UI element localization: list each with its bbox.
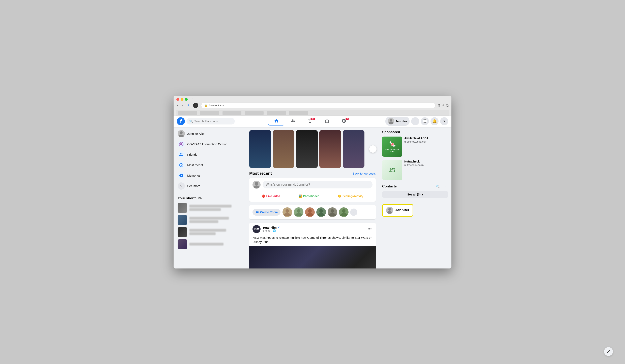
shield-icon: 🛡 (193, 103, 198, 108)
sidebar-item-memories[interactable]: Memories (175, 170, 245, 181)
shortcut-item-1[interactable] (175, 202, 245, 214)
nav-home[interactable] (268, 117, 284, 125)
share-button[interactable]: ⬆ (438, 103, 440, 108)
contacts-more-button[interactable]: ··· (442, 183, 448, 190)
post-header: FILM Total Film ✓ 6 mins · 🌐 (249, 223, 376, 235)
contacts-next-button[interactable]: › (350, 209, 357, 216)
sidebar-item-see-more[interactable]: See more (175, 181, 245, 191)
story-card-4[interactable] (319, 130, 341, 168)
contact-bubble-4[interactable] (316, 207, 326, 217)
user-profile-button[interactable]: Jennifer (385, 117, 409, 126)
traffic-light-yellow[interactable] (181, 98, 184, 101)
sidebar-most-recent-label: Most recent (187, 163, 203, 167)
sidebar-memories-label: Memories (187, 174, 201, 177)
notifications-button[interactable]: 🔔 (431, 117, 438, 125)
shortcuts-title: Your shortcuts (175, 195, 245, 202)
extra-tab-1[interactable]: ──────── (178, 111, 197, 115)
ad-nutracheck-name: Nutracheck (404, 160, 448, 163)
reload-button[interactable]: ↻ (187, 103, 192, 108)
story-card-5[interactable] (343, 130, 364, 168)
extra-tab-3[interactable]: ──────── (222, 111, 241, 115)
forward-button[interactable]: › (181, 103, 184, 108)
traffic-light-green[interactable] (185, 98, 188, 101)
contact-bubble-6[interactable] (339, 207, 348, 217)
feed-section-title: Most recent (249, 171, 272, 176)
story-card-3[interactable] (296, 130, 318, 168)
contacts-section: Contacts 🔍 ··· See all (0) ▾ (382, 183, 448, 198)
nav-center: 9+ 7 (235, 117, 385, 125)
nav-groups[interactable]: 7 (336, 117, 352, 125)
shortcut-item-3[interactable] (175, 226, 245, 238)
add-tab-button[interactable]: + (442, 103, 444, 108)
create-post-input[interactable] (263, 181, 373, 188)
tabs-button[interactable]: ⧉ (446, 103, 449, 108)
back-button[interactable]: ‹ (176, 103, 179, 108)
svg-point-4 (180, 143, 182, 145)
url-display: facebook.com (209, 104, 225, 107)
live-video-button[interactable]: 🔴 Live video (259, 193, 282, 199)
sponsored-title: Sponsored (382, 130, 448, 134)
stories-next-button[interactable]: › (369, 145, 376, 153)
photo-video-button[interactable]: 🖼️ Photo/Video (296, 193, 322, 199)
sidebar-friends-label: Friends (187, 153, 197, 156)
create-room-button[interactable]: Create Room (252, 209, 281, 216)
see-all-label: See all (0) (407, 193, 420, 196)
address-bar[interactable]: 🔒 facebook.com (201, 103, 436, 108)
sidebar-item-covid[interactable]: COVID-19 Information Centre (175, 139, 245, 149)
contact-bubble-2[interactable] (294, 207, 303, 217)
sidebar-item-most-recent[interactable]: Most recent (175, 160, 245, 170)
contact-bubble-5[interactable] (328, 207, 337, 217)
messenger-button[interactable]: 💬 (421, 117, 429, 125)
sidebar-item-jennifer[interactable]: Jennifer Allen (175, 129, 245, 139)
story-card-2[interactable] (273, 130, 294, 168)
story-card-1[interactable] (249, 130, 271, 168)
shortcut-item-2[interactable] (175, 214, 245, 226)
extra-tab-6[interactable]: ──────── (289, 111, 308, 115)
jennifer-highlight-avatar (386, 207, 393, 214)
add-button[interactable]: + (411, 117, 419, 125)
traffic-light-red[interactable] (176, 98, 179, 101)
sidebar-covid-label: COVID-19 Information Centre (187, 142, 227, 146)
post-time: 6 mins · 🌐 (263, 229, 365, 232)
left-sidebar: Jennifer Allen COVID-19 Information Cent… (174, 127, 246, 268)
search-bar[interactable]: 🔍 (187, 118, 235, 124)
shortcut-thumb-4 (178, 239, 187, 249)
nav-friends[interactable] (285, 117, 301, 125)
photo-label: Photo/Video (303, 195, 319, 198)
extra-tab-5[interactable]: ──────── (267, 111, 286, 115)
ad-asda[interactable]: 🍬 Fruit · GELATINE FREE Available at ASD… (382, 137, 448, 157)
svg-point-16 (319, 209, 323, 213)
svg-rect-8 (256, 211, 258, 213)
feeling-icon: 😊 (338, 195, 341, 198)
verified-badge: ✓ (278, 226, 280, 229)
post-meta: Total Film ✓ 6 mins · 🌐 (263, 226, 365, 232)
sidebar-item-friends[interactable]: Friends (175, 149, 245, 160)
facebook-topnav: f 🔍 9+ (174, 116, 451, 127)
feeling-button[interactable]: 😊 Feeling/Activity (336, 193, 366, 199)
post-options-button[interactable]: ••• (367, 226, 373, 232)
see-more-icon (178, 182, 185, 190)
contact-bubble-1[interactable] (282, 207, 292, 217)
extra-tab-4[interactable]: ──────── (245, 111, 264, 115)
contacts-actions: 🔍 ··· (435, 183, 448, 190)
shortcut-thumb-3 (178, 227, 187, 237)
search-input[interactable] (194, 119, 226, 123)
photo-icon: 🖼️ (298, 195, 302, 198)
see-all-contacts-button[interactable]: See all (0) ▾ (382, 191, 448, 198)
ad-nutracheck[interactable]: nutracheck Nutracheck nutracheck.co.uk (382, 160, 448, 180)
shortcut-item-4[interactable] (175, 238, 245, 250)
contacts-search-button[interactable]: 🔍 (435, 183, 441, 190)
contact-bubble-3[interactable] (305, 207, 315, 217)
nav-marketplace[interactable] (319, 117, 335, 125)
nav-watch[interactable]: 9+ (302, 117, 318, 125)
facebook-logo[interactable]: f (177, 117, 185, 125)
live-label: Live video (266, 195, 280, 198)
sidebar-see-more-label: See more (187, 184, 200, 188)
extra-tab-2[interactable]: ──────── (200, 111, 219, 115)
sidebar-jennifer-label: Jennifer Allen (187, 132, 205, 135)
menu-button[interactable]: ▾ (440, 117, 448, 125)
user-name: Jennifer (395, 119, 407, 123)
back-to-top-link[interactable]: Back to top posts (353, 172, 376, 175)
svg-point-7 (255, 182, 258, 185)
jennifer-avatar (178, 130, 185, 137)
